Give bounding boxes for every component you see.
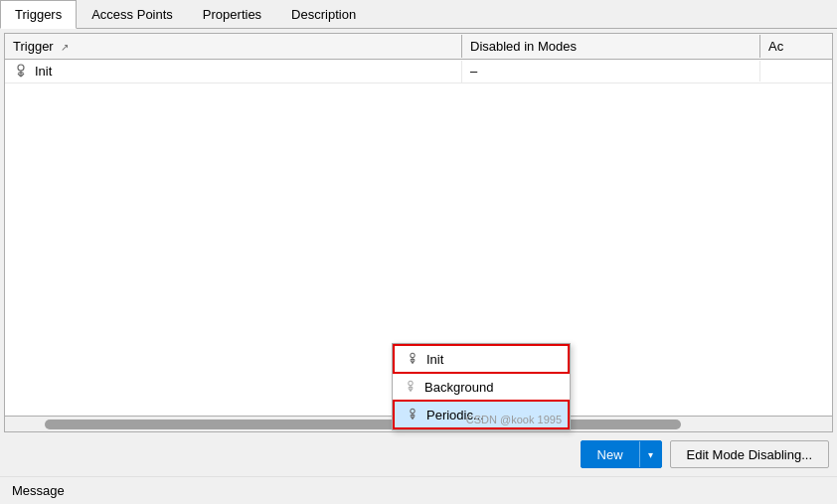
sort-arrow-trigger: ↗ (61, 42, 69, 53)
dropdown-periodic-icon (405, 407, 420, 422)
dropdown-menu: Init Background (392, 343, 571, 430)
col-header-ac: Ac (760, 35, 832, 58)
edit-mode-button[interactable]: Edit Mode Disabling... (670, 440, 829, 468)
trigger-init-icon (13, 64, 29, 80)
trigger-name: Init (35, 64, 52, 79)
tab-description[interactable]: Description (276, 0, 371, 29)
new-button-arrow[interactable]: ▾ (639, 441, 661, 467)
svg-point-0 (18, 65, 24, 71)
scrollbar-thumb[interactable] (45, 420, 681, 429)
main-container: Triggers Access Points Properties Descri… (0, 0, 837, 504)
tab-access-points[interactable]: Access Points (77, 0, 188, 29)
dropdown-item-init[interactable]: Init (393, 344, 570, 374)
tab-triggers[interactable]: Triggers (0, 0, 77, 29)
col-header-trigger: Trigger ↗ (5, 35, 462, 58)
tab-bar: Triggers Access Points Properties Descri… (0, 0, 837, 29)
cell-trigger: Init (5, 61, 462, 83)
svg-point-5 (411, 353, 415, 357)
table-row[interactable]: Init – (5, 60, 832, 84)
svg-point-10 (409, 381, 413, 385)
cell-disabled: – (462, 61, 760, 82)
new-button-label: New (582, 441, 639, 467)
bottom-toolbar: Init Background (0, 432, 837, 476)
table-header: Trigger ↗ Disabled in Modes Ac (5, 34, 832, 60)
svg-point-15 (411, 409, 415, 413)
dropdown-item-label: Background (424, 380, 493, 395)
new-button[interactable]: New ▾ (581, 440, 662, 468)
cell-ac (760, 69, 832, 75)
dropdown-background-icon (403, 379, 418, 395)
dropdown-item-label: Init (426, 352, 443, 367)
tab-properties[interactable]: Properties (188, 0, 276, 29)
message-label: Message (12, 483, 65, 498)
col-header-disabled: Disabled in Modes (462, 35, 760, 58)
watermark: CSDN @kook 1995 (466, 414, 562, 425)
dropdown-item-background[interactable]: Background (393, 374, 570, 400)
dropdown-init-icon (405, 351, 420, 367)
bottom-row: Message (0, 476, 837, 504)
